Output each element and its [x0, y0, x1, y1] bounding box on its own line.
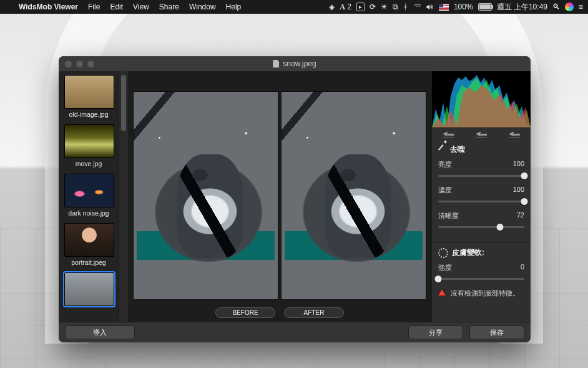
hist-arrow-left-icon[interactable]: ◀▬	[443, 130, 454, 137]
after-image[interactable]	[281, 91, 426, 300]
thumbnail-item[interactable]	[64, 272, 113, 306]
before-image[interactable]	[133, 91, 278, 300]
thumbnail-item[interactable]: dark noise.jpg	[64, 174, 113, 217]
denoise-label: 清晰度	[438, 211, 459, 221]
volume-status-icon[interactable]: 🔊︎	[426, 2, 434, 11]
window-title: snow.jpeg	[283, 59, 316, 68]
thumbnail-item[interactable]: portrait.jpeg	[64, 223, 113, 266]
thumbnail-image[interactable]	[64, 272, 114, 306]
slider-knob[interactable]	[521, 198, 528, 205]
thumbnail-image[interactable]	[64, 75, 114, 109]
thumbnail-item[interactable]: old-image.jpg	[64, 75, 113, 118]
import-button[interactable]: 導入	[65, 326, 135, 339]
denoise-control-0: 亮度100	[438, 160, 524, 179]
wand-icon	[438, 144, 449, 155]
skin-slider[interactable]	[438, 275, 524, 282]
menu-help[interactable]: Help	[221, 2, 247, 11]
slider-knob[interactable]	[435, 276, 442, 282]
warning-triangle-icon	[438, 289, 446, 296]
sun-status-icon[interactable]: ☀︎	[381, 2, 388, 11]
thumbnail-label: portrait.jpeg	[64, 259, 113, 266]
adjustments-panel: ◀▬ ◀▬ ◀▬ 去喍 亮度100濃度100清晰度72 皮膚變軟: 強度0 沒有…	[431, 71, 531, 322]
denoise-title: 去喍	[450, 144, 465, 155]
denoise-value: 100	[513, 186, 524, 195]
app-name[interactable]: WidsMob Viewer	[14, 2, 83, 11]
denoise-control-2: 清晰度72	[438, 211, 524, 231]
slider-knob[interactable]	[497, 224, 504, 231]
save-button[interactable]: 保存	[469, 326, 524, 339]
denoise-label: 濃度	[438, 186, 452, 195]
thumbnail-label: move.jpg	[64, 160, 113, 167]
thumbnail-label: dark noise.jpg	[64, 209, 113, 217]
spotlight-icon[interactable]: 🔍︎	[552, 2, 560, 11]
cc-status-icon[interactable]: ◈	[329, 2, 335, 11]
battery-percent: 100%	[454, 2, 473, 11]
file-icon	[273, 60, 279, 67]
menu-file[interactable]: File	[83, 2, 105, 11]
face-warning: 沒有檢測到臉部特徵。	[438, 289, 524, 298]
denoise-value: 100	[513, 160, 524, 169]
after-button[interactable]: AFTER	[284, 307, 344, 318]
menu-view[interactable]: View	[128, 2, 154, 11]
bluetooth-status-icon[interactable]: ᚼ	[403, 2, 408, 11]
siri-icon[interactable]	[565, 2, 574, 11]
thumbnail-item[interactable]: move.jpg	[64, 124, 113, 167]
desktop-background: WidsMob Viewer FileEditViewShareWindowHe…	[0, 0, 588, 368]
skin-control-0: 強度0	[438, 263, 524, 282]
dropbox-status-icon[interactable]: ⧉	[393, 2, 398, 11]
share-button[interactable]: 分享	[408, 326, 463, 339]
skin-label: 強度	[438, 263, 452, 272]
thumbnail-image[interactable]	[64, 174, 114, 207]
thumbnail-sidebar[interactable]: old-image.jpgmove.jpgdark noise.jpgportr…	[59, 71, 119, 322]
clock[interactable]: 週五 上午10:49	[497, 2, 547, 12]
sidebar-scrollbar[interactable]	[119, 71, 128, 322]
hist-arrow-mid-icon[interactable]: ◀▬	[476, 130, 487, 137]
wifi-status-icon[interactable]	[413, 4, 421, 10]
menu-edit[interactable]: Edit	[105, 2, 128, 11]
sync-status-icon[interactable]: ⟳	[370, 2, 376, 11]
menu-share[interactable]: Share	[154, 2, 184, 11]
skin-section: 皮膚變軟: 強度0 沒有檢測到臉部特徵。	[432, 242, 531, 301]
warning-text: 沒有檢測到臉部特徵。	[451, 289, 519, 298]
app-window: snow.jpeg old-image.jpgmove.jpgdark nois…	[59, 56, 531, 342]
histogram[interactable]	[432, 71, 531, 128]
scrollbar-thumb[interactable]	[121, 75, 126, 131]
image-canvas: BEFORE AFTER	[128, 71, 431, 322]
battery-icon[interactable]	[478, 3, 492, 11]
macos-menubar: WidsMob Viewer FileEditViewShareWindowHe…	[0, 0, 588, 14]
menu-window[interactable]: Window	[184, 2, 221, 11]
window-footer: 導入 分享 保存	[59, 322, 531, 342]
skin-value: 0	[521, 263, 524, 272]
denoise-value: 72	[517, 211, 524, 221]
denoise-slider[interactable]	[438, 197, 524, 205]
adobe-status-icon[interactable]: A 2	[340, 2, 351, 12]
input-flag-icon[interactable]	[439, 4, 449, 11]
window-titlebar[interactable]: snow.jpeg	[59, 56, 531, 71]
facetime-status-icon[interactable]: ▸	[356, 2, 365, 11]
histogram-tabs[interactable]: ◀▬ ◀▬ ◀▬	[432, 128, 531, 139]
denoise-control-1: 濃度100	[438, 186, 524, 205]
denoise-slider[interactable]	[438, 223, 524, 231]
denoise-slider[interactable]	[438, 172, 524, 179]
denoise-section: 去喍 亮度100濃度100清晰度72	[432, 139, 531, 239]
thumbnail-label: old-image.jpg	[64, 111, 113, 118]
slider-knob[interactable]	[521, 172, 528, 179]
spinner-icon	[438, 248, 448, 258]
notification-center-icon[interactable]: ≡	[579, 2, 583, 11]
denoise-label: 亮度	[438, 160, 452, 169]
before-button[interactable]: BEFORE	[215, 307, 275, 318]
thumbnail-image[interactable]	[64, 124, 114, 158]
skin-title: 皮膚變軟:	[452, 247, 484, 258]
hist-arrow-right-icon[interactable]: ◀▬	[509, 130, 520, 137]
thumbnail-image[interactable]	[64, 223, 114, 257]
